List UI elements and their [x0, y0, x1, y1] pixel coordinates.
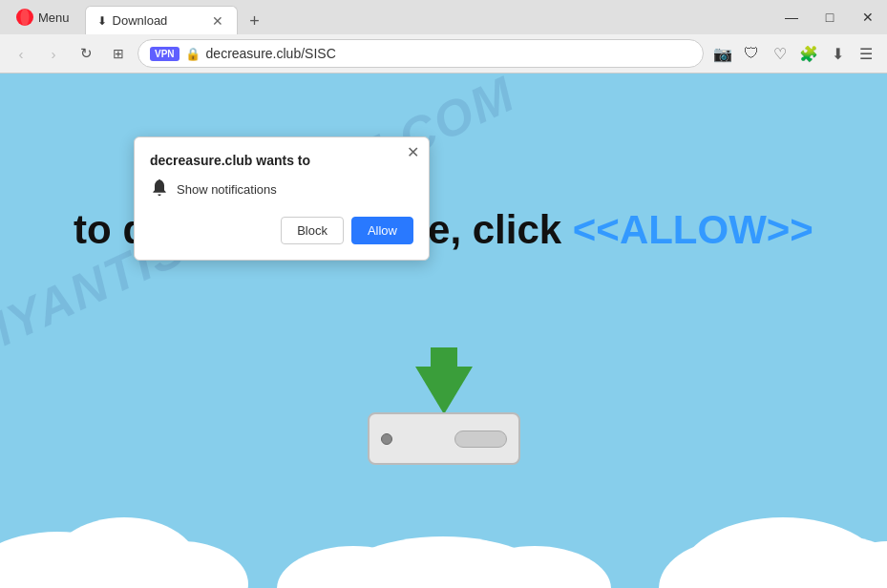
download-button[interactable]: ⬇ — [824, 40, 851, 67]
extension-button[interactable]: 🧩 — [795, 40, 822, 67]
heart-icon: ♡ — [773, 45, 787, 63]
close-button[interactable]: ✕ — [849, 0, 887, 34]
active-tab[interactable]: ⬇ Download ✕ — [85, 6, 238, 34]
popup-notification-row: Show notifications — [150, 178, 413, 201]
opera-logo-icon — [15, 8, 34, 27]
menu-label: Menu — [38, 10, 70, 25]
back-button[interactable]: ‹ — [8, 40, 34, 67]
maximize-button[interactable]: □ — [811, 0, 849, 34]
minimize-icon: — — [785, 10, 798, 25]
forward-icon: › — [52, 46, 56, 62]
page-content: MYANTISPYWARE.COM to download the file, … — [0, 74, 887, 588]
vpn-badge: VPN — [150, 47, 180, 61]
toolbar-icons: 📷 🛡 ♡ 🧩 ⬇ ☰ — [709, 40, 879, 67]
notification-popup: ✕ decreasure.club wants to Show notifica… — [134, 136, 430, 261]
bell-icon — [150, 178, 169, 197]
svg-point-1 — [21, 9, 30, 26]
extension-icon: 🧩 — [799, 45, 818, 63]
window-controls: — □ ✕ — [772, 0, 887, 34]
menu-button[interactable]: Menu — [8, 4, 77, 31]
allow-highlight-text: <<ALLOW>> — [573, 207, 813, 252]
popup-title: decreasure.club wants to — [150, 153, 413, 168]
menu-dots-icon: ☰ — [859, 45, 873, 63]
browser-chrome: Menu ⬇ Download ✕ + — □ ✕ ‹ — [0, 0, 887, 74]
shield-button[interactable]: 🛡 — [738, 40, 765, 67]
new-tab-button[interactable]: + — [242, 8, 268, 34]
tab-area: ⬇ Download ✕ + — [85, 0, 772, 34]
shield-icon: 🛡 — [744, 45, 759, 62]
menu-dots-button[interactable]: ☰ — [853, 40, 879, 67]
back-icon: ‹ — [19, 46, 24, 62]
camera-icon: 📷 — [713, 45, 732, 63]
forward-button[interactable]: › — [40, 40, 67, 67]
download-icon: ⬇ — [832, 45, 844, 63]
popup-close-button[interactable]: ✕ — [407, 145, 419, 160]
reload-button[interactable]: ↻ — [73, 40, 99, 67]
address-bar: ‹ › ↻ ⊞ VPN 🔒 decreasure.club/SISC 📷 🛡 ♡ — [0, 34, 887, 73]
popup-actions: Block Allow — [150, 217, 413, 244]
maximize-icon: □ — [826, 10, 834, 25]
clouds-decoration — [0, 398, 887, 588]
allow-button[interactable]: Allow — [351, 217, 413, 244]
tab-close-button[interactable]: ✕ — [210, 13, 225, 29]
url-bar[interactable]: VPN 🔒 decreasure.club/SISC — [137, 39, 704, 68]
camera-button[interactable]: 📷 — [709, 40, 736, 67]
heart-button[interactable]: ♡ — [767, 40, 793, 67]
tab-title: Download — [113, 13, 204, 28]
url-text: decreasure.club/SISC — [206, 46, 691, 61]
tab-favicon-icon: ⬇ — [97, 14, 107, 28]
block-button[interactable]: Block — [281, 217, 344, 244]
tab-bar: Menu ⬇ Download ✕ + — □ ✕ — [0, 0, 887, 34]
grid-icon: ⊞ — [113, 46, 124, 61]
minimize-button[interactable]: — — [772, 0, 811, 34]
grid-button[interactable]: ⊞ — [105, 40, 132, 67]
lock-icon: 🔒 — [185, 47, 201, 61]
popup-notification-icon — [150, 178, 169, 201]
popup-notification-text: Show notifications — [177, 182, 277, 197]
close-icon: ✕ — [862, 10, 874, 25]
reload-icon: ↻ — [80, 45, 93, 62]
